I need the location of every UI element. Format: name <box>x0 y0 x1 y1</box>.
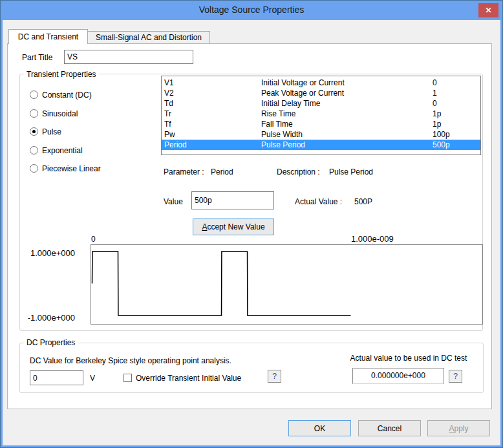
lb-val: 0 <box>433 78 437 88</box>
parameter-value: Period <box>211 167 233 176</box>
radio-sinusoidal[interactable]: Sinusoidal <box>30 109 78 118</box>
parameter-list[interactable]: V1Initial Voltage or Current0V2Peak Volt… <box>161 76 481 155</box>
waveform-preview <box>91 244 483 325</box>
x-axis-end-label: 1.000e-009 <box>351 234 394 244</box>
lb-name: Period <box>164 140 187 150</box>
parameter-row-Period[interactable]: PeriodPulse Period500p <box>162 140 480 150</box>
lb-val: 0 <box>433 98 437 109</box>
radio-label: Pulse <box>42 127 61 136</box>
lb-name: V1 <box>164 78 174 88</box>
voltage-source-properties-dialog: Voltage Source Properties ✕ DC and Trans… <box>0 0 503 448</box>
radio-label: Exponential <box>42 146 83 155</box>
tab-small-signal-ac-and-distortion[interactable]: Small-Signal AC and Distortion <box>87 31 210 43</box>
parameter-row-V2[interactable]: V2Peak Voltage or Current1 <box>162 88 480 98</box>
radio-icon <box>30 164 38 173</box>
radio-exponential[interactable]: Exponential <box>30 145 83 155</box>
lb-desc: Pulse Period <box>261 140 305 150</box>
lb-desc: Rise Time <box>261 109 295 119</box>
value-label: Value <box>164 197 183 206</box>
lb-name: Td <box>164 98 173 109</box>
lb-desc: Pulse Width <box>261 129 303 140</box>
transient-properties-group-label: Transient Properties <box>24 70 99 79</box>
actual-dc-test-value: 0.000000e+000 <box>352 368 444 384</box>
radio-label: Piecewise Linear <box>42 164 101 173</box>
ok-button[interactable]: OK <box>288 420 351 436</box>
dc-unit-label: V <box>90 374 95 383</box>
radio-icon <box>30 146 38 155</box>
lb-name: V2 <box>164 88 174 98</box>
parameter-row-Tf[interactable]: TfFall Time1p <box>162 119 480 129</box>
lb-desc: Fall Time <box>261 119 293 129</box>
apply-button[interactable]: Apply <box>427 420 490 436</box>
description-value: Pulse Period <box>329 167 373 176</box>
dc-value-description: DC Value for Berkeley Spice style operat… <box>30 356 231 365</box>
lb-name: Tf <box>164 119 171 129</box>
window-title: Voltage Source Properties <box>1 5 502 15</box>
tab-page: Part Title Transient Properties Constant… <box>7 43 492 409</box>
help-button-override[interactable]: ? <box>268 370 281 383</box>
actual-value: 500P <box>354 197 372 206</box>
lb-desc: Peak Voltage or Current <box>261 88 344 98</box>
lb-name: Tr <box>164 109 171 119</box>
cancel-button[interactable]: Cancel <box>358 420 421 436</box>
y-axis-max-label: 1.000e+000 <box>10 248 75 258</box>
parameter-label: Parameter : <box>164 167 204 176</box>
lb-val: 1 <box>433 88 437 98</box>
part-title-label: Part Title <box>22 53 52 62</box>
value-input[interactable] <box>191 191 274 209</box>
close-button[interactable]: ✕ <box>478 3 498 17</box>
lb-desc: Initial Delay Time <box>261 98 320 109</box>
parameter-row-V1[interactable]: V1Initial Voltage or Current0 <box>162 78 480 88</box>
close-icon: ✕ <box>485 6 491 15</box>
actual-value-label: Actual Value : <box>295 197 342 206</box>
radio-label: Sinusoidal <box>42 109 78 118</box>
title-bar: Voltage Source Properties ✕ <box>1 1 502 20</box>
lb-name: Pw <box>164 129 175 140</box>
radio-icon <box>30 109 38 118</box>
description-label: Description : <box>277 167 320 176</box>
waveform-trace <box>91 245 482 324</box>
dc-properties-group-label: DC Properties <box>24 338 78 347</box>
help-button-dc-test[interactable]: ? <box>449 370 462 383</box>
accept-new-value-button[interactable]: Accept New Value <box>193 219 274 235</box>
tab-dc-and-transient[interactable]: DC and Transient <box>8 29 88 44</box>
lb-val: 100p <box>433 129 450 140</box>
x-axis-start-label: 0 <box>91 235 96 244</box>
parameter-row-Tr[interactable]: TrRise Time1p <box>162 109 480 119</box>
dc-value-input[interactable] <box>30 370 83 385</box>
actual-dc-test-label: Actual value to be used in DC test <box>331 354 486 363</box>
radio-piecewise-linear[interactable]: Piecewise Linear <box>30 164 101 173</box>
y-axis-min-label: -1.000e+000 <box>10 313 75 323</box>
radio-icon <box>30 127 38 136</box>
parameter-row-Pw[interactable]: PwPulse Width100p <box>162 129 480 140</box>
radio-pulse[interactable]: Pulse <box>30 127 61 136</box>
override-transient-initial-value-checkbox[interactable] <box>123 374 132 382</box>
lb-desc: Initial Voltage or Current <box>261 78 345 88</box>
override-transient-initial-value-label: Override Transient Initial Value <box>136 374 241 383</box>
parameter-row-Td[interactable]: TdInitial Delay Time0 <box>162 98 480 109</box>
part-title-input[interactable] <box>64 50 193 64</box>
radio-icon <box>30 91 38 99</box>
lb-val: 500p <box>433 140 450 150</box>
radio-label: Constant (DC) <box>42 91 92 100</box>
lb-val: 1p <box>433 119 441 129</box>
lb-val: 1p <box>433 109 441 119</box>
radio-constant-dc[interactable]: Constant (DC) <box>30 90 92 99</box>
